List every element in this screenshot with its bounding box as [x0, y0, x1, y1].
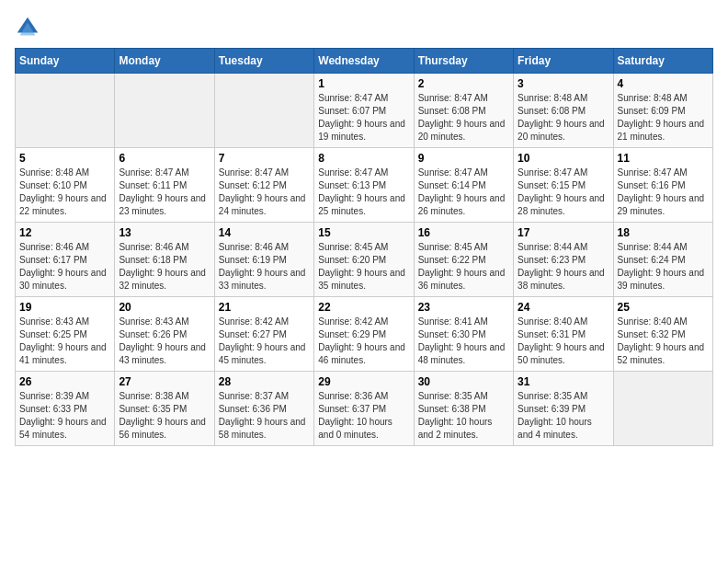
day-number: 2	[418, 77, 509, 90]
day-info: Sunrise: 8:41 AM Sunset: 6:30 PM Dayligh…	[418, 316, 509, 367]
day-number: 11	[618, 152, 709, 165]
day-cell: 12Sunrise: 8:46 AM Sunset: 6:17 PM Dayli…	[16, 223, 115, 297]
day-number: 6	[119, 152, 210, 165]
day-info: Sunrise: 8:47 AM Sunset: 6:16 PM Dayligh…	[618, 167, 709, 218]
day-number: 19	[19, 301, 110, 314]
day-cell: 19Sunrise: 8:43 AM Sunset: 6:25 PM Dayli…	[16, 297, 115, 372]
header-cell-thursday: Thursday	[414, 49, 513, 74]
day-info: Sunrise: 8:46 AM Sunset: 6:19 PM Dayligh…	[219, 241, 310, 293]
day-info: Sunrise: 8:47 AM Sunset: 6:07 PM Dayligh…	[318, 92, 409, 144]
day-number: 30	[418, 375, 509, 388]
day-info: Sunrise: 8:48 AM Sunset: 6:09 PM Dayligh…	[618, 92, 709, 144]
day-cell: 16Sunrise: 8:45 AM Sunset: 6:22 PM Dayli…	[414, 223, 513, 297]
header-row: SundayMondayTuesdayWednesdayThursdayFrid…	[16, 49, 713, 74]
day-info: Sunrise: 8:43 AM Sunset: 6:26 PM Dayligh…	[119, 316, 210, 367]
day-cell: 30Sunrise: 8:35 AM Sunset: 6:38 PM Dayli…	[414, 372, 513, 446]
day-cell	[16, 74, 115, 148]
day-number: 24	[518, 301, 609, 314]
day-info: Sunrise: 8:36 AM Sunset: 6:37 PM Dayligh…	[318, 390, 409, 442]
day-info: Sunrise: 8:44 AM Sunset: 6:23 PM Dayligh…	[518, 241, 609, 293]
calendar-header: SundayMondayTuesdayWednesdayThursdayFrid…	[16, 49, 713, 74]
header-cell-sunday: Sunday	[16, 49, 115, 74]
header-cell-tuesday: Tuesday	[214, 49, 313, 74]
day-number: 27	[119, 375, 210, 388]
header-cell-friday: Friday	[514, 49, 613, 74]
day-info: Sunrise: 8:47 AM Sunset: 6:14 PM Dayligh…	[418, 167, 509, 218]
day-number: 3	[518, 77, 609, 90]
day-number: 29	[318, 375, 409, 388]
day-cell: 4Sunrise: 8:48 AM Sunset: 6:09 PM Daylig…	[613, 74, 712, 148]
day-cell: 2Sunrise: 8:47 AM Sunset: 6:08 PM Daylig…	[414, 74, 513, 148]
day-cell: 22Sunrise: 8:42 AM Sunset: 6:29 PM Dayli…	[314, 297, 414, 372]
day-cell: 5Sunrise: 8:48 AM Sunset: 6:10 PM Daylig…	[16, 148, 115, 223]
calendar-table: SundayMondayTuesdayWednesdayThursdayFrid…	[15, 48, 713, 446]
day-cell: 20Sunrise: 8:43 AM Sunset: 6:26 PM Dayli…	[115, 297, 214, 372]
day-info: Sunrise: 8:39 AM Sunset: 6:33 PM Dayligh…	[19, 390, 110, 442]
day-info: Sunrise: 8:47 AM Sunset: 6:08 PM Dayligh…	[418, 92, 509, 144]
day-cell	[214, 74, 313, 148]
day-info: Sunrise: 8:35 AM Sunset: 6:38 PM Dayligh…	[418, 390, 509, 442]
day-number: 21	[219, 301, 310, 314]
header-cell-saturday: Saturday	[613, 49, 712, 74]
week-row-3: 12Sunrise: 8:46 AM Sunset: 6:17 PM Dayli…	[16, 223, 713, 297]
day-cell: 17Sunrise: 8:44 AM Sunset: 6:23 PM Dayli…	[514, 223, 613, 297]
day-cell: 3Sunrise: 8:48 AM Sunset: 6:08 PM Daylig…	[514, 74, 613, 148]
day-cell: 24Sunrise: 8:40 AM Sunset: 6:31 PM Dayli…	[514, 297, 613, 372]
day-cell: 23Sunrise: 8:41 AM Sunset: 6:30 PM Dayli…	[414, 297, 513, 372]
day-cell: 21Sunrise: 8:42 AM Sunset: 6:27 PM Dayli…	[214, 297, 313, 372]
day-number: 18	[618, 226, 709, 239]
day-cell: 7Sunrise: 8:47 AM Sunset: 6:12 PM Daylig…	[214, 148, 313, 223]
day-number: 10	[518, 152, 609, 165]
header-cell-wednesday: Wednesday	[314, 49, 414, 74]
day-info: Sunrise: 8:47 AM Sunset: 6:11 PM Dayligh…	[119, 167, 210, 218]
day-info: Sunrise: 8:46 AM Sunset: 6:17 PM Dayligh…	[19, 241, 110, 293]
calendar-body: 1Sunrise: 8:47 AM Sunset: 6:07 PM Daylig…	[16, 74, 713, 446]
day-cell: 8Sunrise: 8:47 AM Sunset: 6:13 PM Daylig…	[314, 148, 414, 223]
day-info: Sunrise: 8:46 AM Sunset: 6:18 PM Dayligh…	[119, 241, 210, 293]
day-cell: 14Sunrise: 8:46 AM Sunset: 6:19 PM Dayli…	[214, 223, 313, 297]
day-number: 28	[219, 375, 310, 388]
day-number: 25	[618, 301, 709, 314]
week-row-5: 26Sunrise: 8:39 AM Sunset: 6:33 PM Dayli…	[16, 372, 713, 446]
day-info: Sunrise: 8:43 AM Sunset: 6:25 PM Dayligh…	[19, 316, 110, 367]
day-cell: 10Sunrise: 8:47 AM Sunset: 6:15 PM Dayli…	[514, 148, 613, 223]
day-cell: 27Sunrise: 8:38 AM Sunset: 6:35 PM Dayli…	[115, 372, 214, 446]
day-info: Sunrise: 8:40 AM Sunset: 6:32 PM Dayligh…	[618, 316, 709, 367]
logo	[15, 15, 44, 40]
day-number: 15	[318, 226, 409, 239]
day-cell: 15Sunrise: 8:45 AM Sunset: 6:20 PM Dayli…	[314, 223, 414, 297]
day-cell	[613, 372, 712, 446]
day-number: 13	[119, 226, 210, 239]
week-row-2: 5Sunrise: 8:48 AM Sunset: 6:10 PM Daylig…	[16, 148, 713, 223]
day-number: 5	[19, 152, 110, 165]
week-row-4: 19Sunrise: 8:43 AM Sunset: 6:25 PM Dayli…	[16, 297, 713, 372]
day-cell: 11Sunrise: 8:47 AM Sunset: 6:16 PM Dayli…	[613, 148, 712, 223]
day-info: Sunrise: 8:38 AM Sunset: 6:35 PM Dayligh…	[119, 390, 210, 442]
day-info: Sunrise: 8:40 AM Sunset: 6:31 PM Dayligh…	[518, 316, 609, 367]
day-cell: 18Sunrise: 8:44 AM Sunset: 6:24 PM Dayli…	[613, 223, 712, 297]
day-cell	[115, 74, 214, 148]
day-info: Sunrise: 8:45 AM Sunset: 6:22 PM Dayligh…	[418, 241, 509, 293]
day-info: Sunrise: 8:44 AM Sunset: 6:24 PM Dayligh…	[618, 241, 709, 293]
day-info: Sunrise: 8:47 AM Sunset: 6:12 PM Dayligh…	[219, 167, 310, 218]
day-number: 16	[418, 226, 509, 239]
day-info: Sunrise: 8:42 AM Sunset: 6:29 PM Dayligh…	[318, 316, 409, 367]
day-number: 4	[618, 77, 709, 90]
day-number: 9	[418, 152, 509, 165]
day-number: 20	[119, 301, 210, 314]
day-cell: 31Sunrise: 8:35 AM Sunset: 6:39 PM Dayli…	[514, 372, 613, 446]
day-info: Sunrise: 8:47 AM Sunset: 6:13 PM Dayligh…	[318, 167, 409, 218]
day-number: 23	[418, 301, 509, 314]
day-number: 14	[219, 226, 310, 239]
day-number: 7	[219, 152, 310, 165]
day-cell: 13Sunrise: 8:46 AM Sunset: 6:18 PM Dayli…	[115, 223, 214, 297]
day-number: 12	[19, 226, 110, 239]
day-cell: 29Sunrise: 8:36 AM Sunset: 6:37 PM Dayli…	[314, 372, 414, 446]
logo-icon	[15, 15, 40, 40]
day-cell: 26Sunrise: 8:39 AM Sunset: 6:33 PM Dayli…	[16, 372, 115, 446]
day-info: Sunrise: 8:42 AM Sunset: 6:27 PM Dayligh…	[219, 316, 310, 367]
day-number: 22	[318, 301, 409, 314]
day-number: 17	[518, 226, 609, 239]
header	[15, 15, 713, 40]
day-info: Sunrise: 8:48 AM Sunset: 6:10 PM Dayligh…	[19, 167, 110, 218]
